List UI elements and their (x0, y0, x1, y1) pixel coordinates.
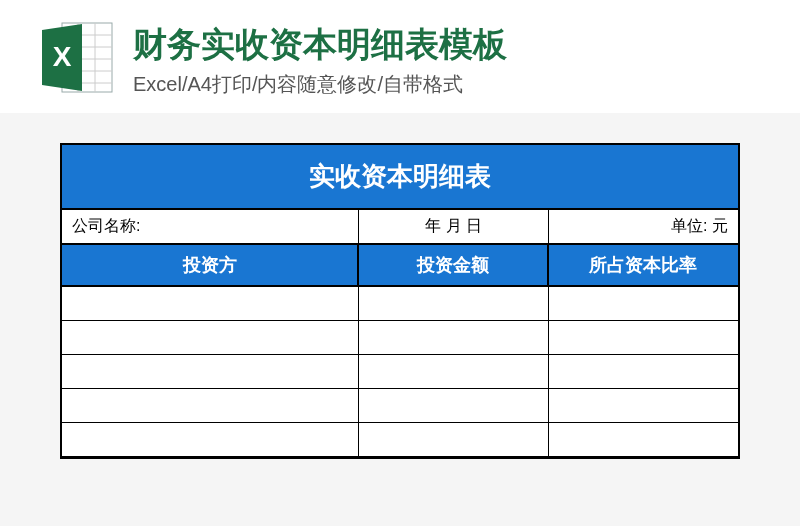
template-subtitle: Excel/A4打印/内容随意修改/自带格式 (133, 70, 507, 98)
date-label: 年 月 日 (359, 210, 548, 243)
table-row (62, 321, 738, 355)
column-header-row: 投资方 投资金额 所占资本比率 (62, 245, 738, 287)
cell-amount (359, 389, 548, 422)
company-name-label: 公司名称: (62, 210, 359, 243)
cell-investor (62, 355, 359, 388)
table-row (62, 389, 738, 423)
meta-row: 公司名称: 年 月 日 单位: 元 (62, 210, 738, 245)
cell-ratio (549, 423, 738, 456)
table-row (62, 287, 738, 321)
column-investor: 投资方 (62, 245, 359, 285)
sheet-preview: 实收资本明细表 公司名称: 年 月 日 单位: 元 投资方 投资金额 所占资本比… (0, 113, 800, 459)
excel-icon: X (40, 20, 115, 95)
table-row (62, 423, 738, 457)
sheet-title: 实收资本明细表 (62, 145, 738, 210)
cell-investor (62, 321, 359, 354)
cell-amount (359, 355, 548, 388)
header-text-block: 财务实收资本明细表模板 Excel/A4打印/内容随意修改/自带格式 (133, 20, 507, 98)
column-amount: 投资金额 (359, 245, 548, 285)
table-row (62, 355, 738, 389)
cell-ratio (549, 287, 738, 320)
template-header: X 财务实收资本明细表模板 Excel/A4打印/内容随意修改/自带格式 (0, 0, 800, 113)
svg-text:X: X (53, 41, 72, 72)
template-title: 财务实收资本明细表模板 (133, 22, 507, 66)
cell-ratio (549, 355, 738, 388)
unit-label: 单位: 元 (549, 210, 738, 243)
spreadsheet-table: 实收资本明细表 公司名称: 年 月 日 单位: 元 投资方 投资金额 所占资本比… (60, 143, 740, 459)
cell-ratio (549, 389, 738, 422)
column-ratio: 所占资本比率 (549, 245, 738, 285)
cell-amount (359, 423, 548, 456)
cell-ratio (549, 321, 738, 354)
cell-investor (62, 389, 359, 422)
cell-amount (359, 321, 548, 354)
cell-investor (62, 423, 359, 456)
cell-investor (62, 287, 359, 320)
cell-amount (359, 287, 548, 320)
